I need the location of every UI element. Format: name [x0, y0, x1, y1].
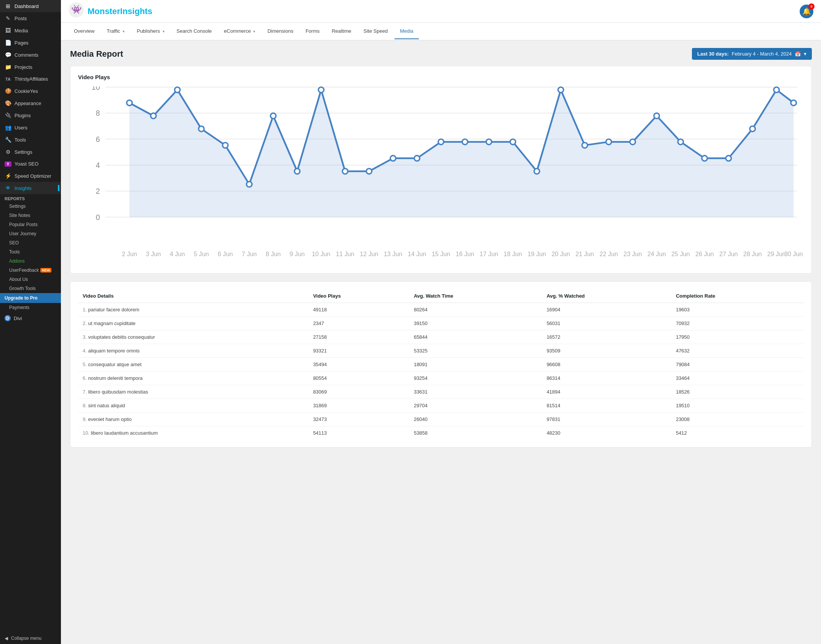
sidebar-item-settings[interactable]: ⚙ Settings	[0, 146, 61, 158]
svg-text:19 Jun: 19 Jun	[527, 250, 546, 257]
chevron-down-icon: ▾	[123, 29, 125, 33]
svg-point-20	[222, 142, 228, 148]
svg-point-35	[582, 142, 587, 148]
svg-text:👾: 👾	[71, 4, 82, 14]
tab-publishers[interactable]: Publishers ▾	[131, 24, 169, 39]
svg-text:29 Jun: 29 Jun	[767, 250, 786, 257]
sidebar-item-users[interactable]: 👥 Users	[0, 121, 61, 134]
page-title: Media Report	[70, 49, 123, 59]
sidebar-item-tools[interactable]: 🔧 Tools	[0, 134, 61, 146]
table-row: 3. voluptates debitis consequatur 27158 …	[78, 330, 804, 344]
svg-text:8 Jun: 8 Jun	[266, 250, 281, 257]
sidebar-sub-popular-posts[interactable]: Popular Posts	[0, 220, 61, 229]
logo-text: MonsterInsights	[88, 6, 152, 16]
tab-ecommerce[interactable]: eCommerce ▾	[219, 24, 260, 39]
video-plays-chart: 0 2 4 6 8 10	[78, 86, 804, 265]
dashboard-icon: ⊞	[5, 3, 11, 9]
chevron-down-icon: ▾	[804, 51, 807, 57]
svg-text:18 Jun: 18 Jun	[504, 250, 522, 257]
chart-title: Video Plays	[78, 74, 804, 80]
sidebar-sub-addons[interactable]: Addons	[0, 257, 61, 266]
sidebar-item-comments[interactable]: 💬 Comments	[0, 49, 61, 61]
content-area: Media Report Last 30 days: February 4 - …	[61, 40, 821, 644]
sidebar-sub-userfeedback[interactable]: UserFeedback NEW	[0, 266, 61, 275]
col-header-plays: Video Plays	[308, 289, 409, 303]
svg-text:30 Jun: 30 Jun	[784, 250, 803, 257]
sidebar-item-dashboard[interactable]: ⊞ Dashboard	[0, 0, 61, 12]
svg-point-41	[726, 156, 731, 161]
svg-point-33	[534, 169, 540, 174]
tab-media[interactable]: Media	[395, 24, 418, 39]
svg-point-22	[270, 113, 276, 118]
comments-icon: 💬	[5, 52, 11, 58]
nav-tabs: Overview Traffic ▾ Publishers ▾ Search C…	[61, 23, 821, 40]
svg-text:17 Jun: 17 Jun	[480, 250, 498, 257]
svg-text:22 Jun: 22 Jun	[599, 250, 618, 257]
logo-area: 👾 MonsterInsights	[69, 2, 152, 21]
svg-text:2 Jun: 2 Jun	[122, 250, 137, 257]
sidebar-sub-site-notes[interactable]: Site Notes	[0, 211, 61, 220]
svg-point-24	[318, 87, 324, 92]
table-row: 6. nostrum deleniti tempora 80554 93254 …	[78, 371, 804, 385]
svg-text:2: 2	[96, 187, 100, 195]
svg-point-31	[486, 139, 492, 144]
svg-text:4: 4	[96, 161, 100, 169]
svg-text:9 Jun: 9 Jun	[290, 250, 305, 257]
sidebar-sub-growth-tools[interactable]: Growth Tools	[0, 284, 61, 293]
collapse-menu-button[interactable]: ◀ Collapse menu	[0, 633, 61, 644]
chevron-down-icon: ▾	[163, 29, 165, 33]
sidebar-payments[interactable]: Payments	[0, 303, 61, 312]
sidebar-item-media[interactable]: 🖼 Media	[0, 24, 61, 37]
svg-text:7 Jun: 7 Jun	[242, 250, 257, 257]
date-picker-button[interactable]: Last 30 days: February 4 - March 4, 2024…	[692, 48, 812, 60]
sidebar-item-thirsty[interactable]: TA ThirstyAffiliates	[0, 73, 61, 85]
sidebar-item-posts[interactable]: ✎ Posts	[0, 12, 61, 24]
sidebar-item-yoast[interactable]: Y Yoast SEO	[0, 158, 61, 170]
tab-search-console[interactable]: Search Console	[171, 24, 217, 39]
upgrade-to-pro-button[interactable]: Upgrade to Pro	[0, 293, 61, 303]
table-row: 5. consequatur atque amet 35494 18091 96…	[78, 357, 804, 371]
svg-text:6 Jun: 6 Jun	[218, 250, 233, 257]
svg-point-38	[654, 113, 659, 118]
svg-text:20 Jun: 20 Jun	[551, 250, 570, 257]
sidebar-sub-about[interactable]: About Us	[0, 275, 61, 284]
chart-wrapper: 0 2 4 6 8 10	[78, 86, 804, 266]
svg-point-21	[246, 182, 252, 187]
svg-point-32	[510, 139, 516, 144]
sidebar-item-appearance[interactable]: 🎨 Appearance	[0, 97, 61, 109]
sidebar-sub-settings[interactable]: Settings	[0, 202, 61, 211]
sidebar-item-insights[interactable]: 👁 Insights	[0, 182, 61, 194]
svg-point-39	[678, 139, 683, 144]
sidebar-item-pages[interactable]: 📄 Pages	[0, 37, 61, 49]
table-card: Video Details Video Plays Avg. Watch Tim…	[70, 281, 812, 448]
svg-text:27 Jun: 27 Jun	[719, 250, 738, 257]
sidebar-divi[interactable]: D Divi	[0, 312, 61, 324]
sidebar-item-plugins[interactable]: 🔌 Plugins	[0, 109, 61, 121]
tab-overview[interactable]: Overview	[69, 24, 100, 39]
tab-site-speed[interactable]: Site Speed	[358, 24, 393, 39]
settings-icon: ⚙	[5, 149, 11, 155]
tab-traffic[interactable]: Traffic ▾	[101, 24, 130, 39]
notification-bell[interactable]: 🔔 0	[800, 5, 813, 18]
svg-text:0: 0	[96, 213, 100, 222]
tab-forms[interactable]: Forms	[300, 24, 325, 39]
sidebar-sub-seo[interactable]: SEO	[0, 238, 61, 247]
svg-point-36	[606, 139, 611, 144]
tab-dimensions[interactable]: Dimensions	[262, 24, 299, 39]
svg-point-26	[366, 169, 372, 174]
new-badge: NEW	[40, 268, 51, 273]
table-row: 7. libero quibusdam molestias 83069 3363…	[78, 385, 804, 399]
sidebar-sub-user-journey[interactable]: User Journey	[0, 229, 61, 238]
thirsty-icon: TA	[5, 77, 11, 81]
table-row: 1. pariatur facere dolorem 49118 80264 1…	[78, 303, 804, 316]
sidebar-item-cookieyes[interactable]: 🍪 CookieYes	[0, 85, 61, 97]
tab-realtime[interactable]: Realtime	[326, 24, 356, 39]
col-header-watch-time: Avg. Watch Time	[409, 289, 542, 303]
table-row: 4. aliquam tempore omnis 93321 53325 935…	[78, 344, 804, 357]
col-header-details: Video Details	[78, 289, 308, 303]
sidebar-item-projects[interactable]: 📁 Projects	[0, 61, 61, 73]
sidebar-item-speed[interactable]: ⚡ Speed Optimizer	[0, 170, 61, 182]
svg-text:26 Jun: 26 Jun	[695, 250, 714, 257]
sidebar-sub-tools[interactable]: Tools	[0, 247, 61, 257]
svg-point-40	[702, 156, 707, 161]
